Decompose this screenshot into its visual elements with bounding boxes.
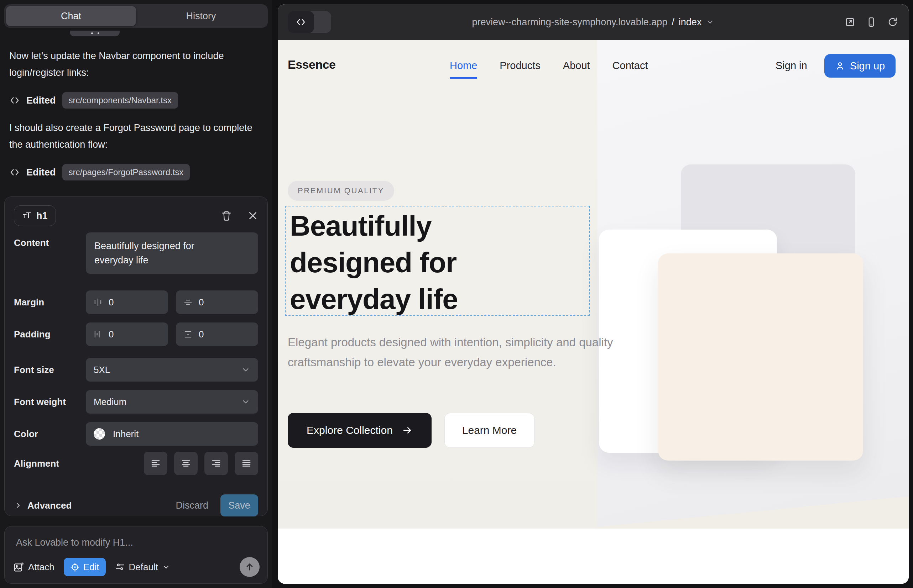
code-icon — [9, 95, 20, 106]
code-preview-toggle[interactable] — [288, 11, 331, 33]
margin-vertical-icon — [183, 297, 193, 307]
margin-y-input[interactable]: 0 — [176, 291, 258, 314]
font-weight-select[interactable]: Medium — [86, 390, 258, 414]
font-size-select[interactable]: 5XL — [86, 358, 258, 381]
advanced-label: Advanced — [28, 500, 71, 511]
site-logo[interactable]: Essence — [288, 58, 336, 71]
align-left-icon — [150, 458, 161, 469]
file-chip[interactable]: src/pages/ForgotPassword.tsx — [62, 164, 190, 181]
h1-selection-outline[interactable]: Beautifully designed for everyday life — [285, 206, 590, 316]
nav-link-about[interactable]: About — [563, 60, 590, 79]
nav-link-products[interactable]: Products — [500, 60, 540, 79]
code-toggle-segment[interactable] — [288, 11, 314, 33]
nav-link-home[interactable]: Home — [450, 60, 477, 79]
color-value: Inherit — [113, 428, 139, 439]
content-input[interactable]: Beautifully designed for everyday life — [86, 233, 258, 274]
content-label: Content — [14, 233, 86, 249]
sign-up-button[interactable]: Sign up — [824, 54, 895, 78]
refresh-button[interactable] — [887, 17, 898, 27]
arrow-right-icon — [402, 425, 413, 436]
chat-input-container[interactable]: Ask Lovable to modify H1... Attach Edit … — [4, 526, 268, 584]
attach-button[interactable]: Attach — [13, 562, 55, 573]
edited-file-row: Edited src/components/Navbar.tsx — [9, 92, 178, 109]
user-icon — [835, 61, 845, 71]
arrow-up-icon — [244, 562, 254, 572]
color-label: Color — [14, 428, 86, 439]
sign-in-link[interactable]: Sign in — [775, 60, 807, 71]
close-icon — [248, 210, 258, 221]
explore-collection-button[interactable]: Explore Collection — [288, 413, 432, 448]
save-button[interactable]: Save — [220, 494, 258, 517]
type-icon — [22, 211, 32, 221]
align-right-button[interactable] — [204, 452, 228, 475]
file-chip[interactable]: src/components/Navbar.tsx — [62, 92, 178, 108]
padding-y-value: 0 — [199, 329, 204, 340]
delete-element-button[interactable] — [221, 210, 232, 221]
alignment-label: Alignment — [14, 458, 86, 469]
align-center-button[interactable] — [174, 452, 197, 475]
next-section-background — [278, 528, 909, 584]
sliders-icon — [115, 562, 125, 572]
tab-history[interactable]: History — [136, 6, 266, 26]
edit-mode-button[interactable]: Edit — [64, 558, 106, 576]
align-justify-button[interactable] — [235, 452, 258, 475]
url-separator: / — [672, 17, 674, 28]
open-external-button[interactable] — [845, 17, 855, 27]
mobile-view-button[interactable] — [866, 17, 877, 27]
site-canvas: Essence Home Products About Contact Sign… — [278, 40, 909, 584]
margin-label: Margin — [14, 297, 86, 308]
chevron-down-icon — [162, 563, 170, 571]
default-label: Default — [129, 562, 158, 573]
chevron-down-icon — [241, 397, 250, 407]
content-value: Beautifully designed for everyday life — [94, 239, 223, 267]
chevron-right-icon — [14, 501, 23, 510]
close-editor-button[interactable] — [248, 210, 258, 221]
url-display[interactable]: preview--charming-site-symphony.lovable.… — [472, 17, 715, 28]
align-right-icon — [211, 458, 222, 469]
site-navbar: Essence Home Products About Contact Sign… — [278, 40, 909, 90]
align-left-button[interactable] — [144, 452, 167, 475]
font-weight-value: Medium — [94, 396, 126, 407]
edited-file-row: Edited src/pages/ForgotPassword.tsx — [9, 164, 190, 181]
model-default-dropdown[interactable]: Default — [115, 562, 170, 573]
lovable-side-panel: Chat History Now let's update the Navbar… — [0, 0, 272, 588]
selected-tag: h1 — [36, 210, 48, 221]
color-swatch — [94, 428, 105, 439]
attach-image-icon — [13, 562, 24, 572]
sign-up-label: Sign up — [850, 60, 885, 72]
assistant-message: Now let's update the Navbar component to… — [9, 48, 261, 81]
code-icon — [9, 167, 20, 178]
discard-button[interactable]: Discard — [176, 500, 208, 511]
color-select[interactable]: Inherit — [86, 422, 258, 446]
attach-label: Attach — [28, 562, 55, 573]
preview-window: preview--charming-site-symphony.lovable.… — [278, 4, 909, 584]
padding-y-input[interactable]: 0 — [176, 323, 258, 346]
padding-x-value: 0 — [108, 329, 113, 340]
url-page: index — [679, 17, 702, 28]
align-center-icon — [181, 458, 191, 469]
nav-link-contact[interactable]: Contact — [612, 60, 648, 79]
chat-input-placeholder: Ask Lovable to modify H1... — [16, 537, 133, 548]
refresh-icon — [887, 17, 898, 27]
tab-chat[interactable]: Chat — [6, 6, 136, 26]
edited-label: Edited — [26, 167, 56, 178]
learn-more-button[interactable]: Learn More — [444, 413, 534, 448]
padding-x-input[interactable]: 0 — [86, 323, 168, 346]
chevron-down-icon — [706, 18, 714, 26]
chevron-down-icon — [241, 365, 250, 375]
font-weight-label: Font weight — [14, 396, 86, 407]
align-justify-icon — [241, 458, 252, 469]
hero-headline: Beautifully designed for everyday life — [290, 207, 539, 318]
padding-label: Padding — [14, 329, 86, 340]
smartphone-icon — [866, 17, 877, 27]
target-icon — [70, 562, 80, 572]
chat-history-tabbar: Chat History — [4, 4, 268, 28]
truncated-chip — [70, 31, 120, 36]
margin-x-input[interactable]: 0 — [86, 291, 168, 314]
advanced-toggle[interactable]: Advanced — [14, 500, 71, 511]
send-button[interactable] — [240, 557, 260, 577]
hero-subtext: Elegant products designed with intention… — [288, 333, 630, 372]
trash-icon — [221, 210, 232, 221]
learn-more-label: Learn More — [462, 424, 517, 436]
element-editor-panel: h1 Content Beautifully designed for ever… — [4, 197, 268, 516]
